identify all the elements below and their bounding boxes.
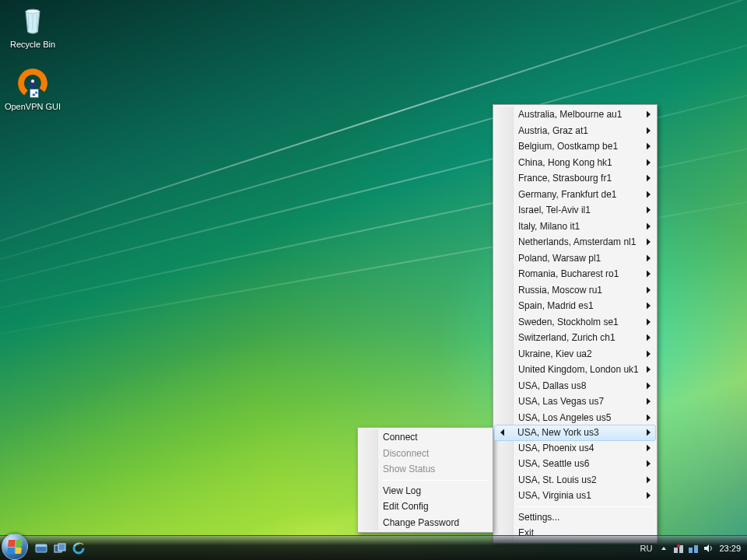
server-menu-item[interactable]: USA, Phoenix us4 <box>495 440 655 457</box>
chevron-right-icon <box>646 476 651 483</box>
chevron-right-icon <box>646 414 651 421</box>
svg-point-2 <box>31 79 34 82</box>
menu-item-change-password[interactable]: Change Password <box>359 515 491 531</box>
chevron-right-icon <box>646 444 651 451</box>
svg-point-10 <box>677 544 680 548</box>
server-menu-item[interactable]: USA, Dallas us8 <box>495 378 655 394</box>
quick-launch-switch-windows[interactable] <box>51 540 68 557</box>
server-menu-item[interactable]: Ukraine, Kiev ua2 <box>495 346 655 362</box>
menu-item-label: Sweden, Stockholm se1 <box>518 317 619 327</box>
server-menu-item[interactable]: Italy, Milano it1 <box>495 219 655 235</box>
server-menu-item[interactable]: Netherlands, Amsterdam nl1 <box>495 234 655 250</box>
chevron-right-icon <box>646 175 651 182</box>
server-menu-item[interactable]: Poland, Warsaw pl1 <box>495 250 655 267</box>
desktop-icon-openvpn[interactable]: OpenVPN GUI <box>3 67 62 112</box>
server-menu-item[interactable]: USA, New York us3 <box>494 425 656 441</box>
menu-item-label: Exit <box>518 527 534 538</box>
svg-rect-12 <box>694 545 698 553</box>
menu-item-label: USA, Seattle us6 <box>518 458 589 469</box>
menu-item-label: Spain, Madrid es1 <box>518 300 594 311</box>
tray-network-icon[interactable] <box>687 542 700 555</box>
menu-item-label: View Log <box>383 485 421 496</box>
server-menu-item[interactable]: United Kingdom, London uk1 <box>495 362 655 378</box>
chevron-right-icon <box>646 143 651 150</box>
quick-launch-ie[interactable] <box>70 540 87 557</box>
chevron-right-icon <box>646 286 651 293</box>
menu-item-label: Belgium, Oostkamp be1 <box>518 141 618 152</box>
chevron-right-icon <box>646 159 651 166</box>
svg-point-0 <box>26 9 40 13</box>
menu-item-label: USA, Las Vegas us7 <box>518 396 604 407</box>
chevron-right-icon <box>646 239 651 246</box>
menu-item-label: United Kingdom, London uk1 <box>518 364 639 375</box>
chevron-right-icon <box>646 350 651 357</box>
menu-item-label: Poland, Warsaw pl1 <box>518 253 601 264</box>
server-menu-item[interactable]: USA, Seattle us6 <box>495 456 655 472</box>
menu-item-label: Settings... <box>518 512 559 523</box>
server-menu-item[interactable]: Australia, Melbourne au1 <box>495 107 655 123</box>
svg-rect-6 <box>58 544 65 551</box>
server-menu-item[interactable]: USA, Las Vegas us7 <box>495 394 655 410</box>
quick-launch-show-desktop[interactable] <box>33 540 50 557</box>
chevron-right-icon <box>646 222 651 229</box>
server-menu-item[interactable]: France, Strasbourg fr1 <box>495 170 655 187</box>
desktop-icon-label: Recycle Bin <box>3 40 62 50</box>
svg-rect-4 <box>36 544 47 547</box>
language-indicator[interactable]: RU <box>638 543 655 554</box>
chevron-right-icon <box>646 303 651 310</box>
menu-item-label: Netherlands, Amsterdam nl1 <box>518 236 636 247</box>
tray-volume-icon[interactable] <box>702 542 714 555</box>
shortcut-arrow-icon <box>30 89 39 98</box>
server-menu-item[interactable]: Sweden, Stockholm se1 <box>495 314 655 331</box>
tray-expand-icon[interactable] <box>658 542 670 555</box>
server-menu-item[interactable]: Switzerland, Zurich ch1 <box>495 330 655 346</box>
menu-item-label: Australia, Melbourne au1 <box>518 109 622 120</box>
chevron-right-icon <box>646 429 651 436</box>
openvpn-icon <box>16 67 49 100</box>
windows-logo-icon <box>7 540 23 554</box>
server-menu-item[interactable]: USA, Virginia us1 <box>495 488 655 504</box>
menu-item-label: Disconnect <box>383 448 429 459</box>
start-button[interactable] <box>2 534 28 560</box>
menu-item-label: Ukraine, Kiev ua2 <box>518 348 592 359</box>
desktop[interactable]: Recycle Bin OpenVPN GUI Australia, Melbo… <box>0 0 747 560</box>
menu-item-label: USA, St. Louis us2 <box>518 474 597 485</box>
chevron-right-icon <box>646 492 651 499</box>
server-menu-item[interactable]: Germany, Frankfurt de1 <box>495 187 655 203</box>
server-menu-item[interactable]: Belgium, Oostkamp be1 <box>495 138 655 155</box>
taskbar-clock[interactable]: 23:29 <box>717 544 742 553</box>
server-menu-item[interactable]: USA, St. Louis us2 <box>495 472 655 488</box>
server-menu-item[interactable]: Spain, Madrid es1 <box>495 298 655 314</box>
chevron-right-icon <box>646 207 651 214</box>
menu-item-label: Austria, Graz at1 <box>518 125 588 136</box>
switch-windows-icon <box>54 542 66 555</box>
menu-item-exit[interactable]: Exit <box>495 525 655 541</box>
chevron-right-icon <box>646 271 651 278</box>
chevron-right-icon <box>646 460 651 467</box>
desktop-icon-label: OpenVPN GUI <box>3 102 62 112</box>
menu-item-label: USA, Los Angeles us5 <box>518 412 611 423</box>
server-menu-item[interactable]: Israel, Tel-Aviv il1 <box>495 202 655 219</box>
show-desktop-icon <box>35 542 47 555</box>
server-menu-item[interactable]: Romania, Bucharest ro1 <box>495 266 655 282</box>
server-menu-item[interactable]: Russia, Moscow ru1 <box>495 282 655 299</box>
menu-item-settings[interactable]: Settings... <box>495 509 655 526</box>
menu-item-label: Change Password <box>383 517 459 528</box>
system-tray: RU 23:29 <box>638 542 742 555</box>
server-menu-item[interactable]: USA, Los Angeles us5 <box>495 410 655 426</box>
chevron-left-icon <box>500 429 505 436</box>
desktop-icon-recycle-bin[interactable]: Recycle Bin <box>3 5 62 50</box>
menu-item-edit-config[interactable]: Edit Config <box>359 499 491 515</box>
server-menu-item[interactable]: China, Hong Kong hk1 <box>495 155 655 171</box>
menu-item-view-log[interactable]: View Log <box>359 483 491 499</box>
menu-item-label: Russia, Moscow ru1 <box>518 285 602 296</box>
menu-item-connect[interactable]: Connect <box>359 429 491 446</box>
svg-rect-8 <box>674 548 678 553</box>
chevron-right-icon <box>646 382 651 389</box>
menu-item-label: Romania, Bucharest ro1 <box>518 268 619 279</box>
chevron-right-icon <box>646 366 651 373</box>
internet-explorer-icon <box>72 542 85 555</box>
chevron-right-icon <box>646 254 651 261</box>
tray-openvpn-icon[interactable] <box>672 542 685 555</box>
server-menu-item[interactable]: Austria, Graz at1 <box>495 123 655 139</box>
